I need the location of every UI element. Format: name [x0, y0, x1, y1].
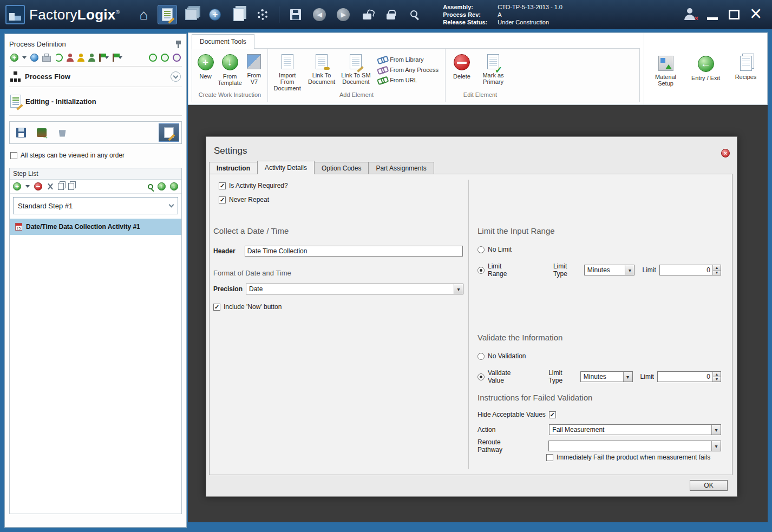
zoom-icon[interactable] — [148, 184, 153, 189]
person-yellow-icon[interactable] — [77, 54, 84, 62]
save-step-button[interactable] — [12, 124, 30, 141]
pause-icon[interactable] — [149, 54, 157, 62]
add-icon[interactable] — [10, 54, 18, 62]
never-repeat-checkbox[interactable] — [219, 196, 226, 203]
minimize-button[interactable] — [702, 5, 723, 24]
person-green-icon[interactable] — [88, 54, 95, 62]
import-export-button[interactable] — [32, 124, 51, 141]
pin-icon[interactable] — [175, 40, 182, 48]
entry-exit-button[interactable]: Entry / Exit — [690, 54, 722, 104]
precision-dropdown-icon[interactable] — [454, 284, 463, 294]
from-v7-button[interactable]: From V7 — [244, 52, 264, 85]
precision-row: Precision Date — [213, 284, 463, 294]
validate-limit-spinner[interactable]: 0 ▲▼ — [657, 371, 721, 382]
add-dropdown-icon[interactable] — [22, 56, 27, 59]
move-down-icon[interactable]: ↓ — [170, 182, 178, 191]
no-limit-radio[interactable] — [477, 246, 485, 253]
ok-button[interactable]: OK — [690, 480, 728, 491]
maximize-button[interactable] — [723, 5, 745, 24]
reroute-select[interactable] — [548, 441, 721, 451]
forward-icon[interactable] — [333, 5, 353, 24]
templates-icon[interactable] — [181, 5, 201, 24]
link-to-sm-document-button[interactable]: Link To SM Document — [340, 52, 372, 85]
new-button[interactable]: New — [195, 52, 215, 80]
expand-chevron-icon[interactable] — [171, 71, 181, 82]
print-icon[interactable] — [42, 56, 51, 62]
from-library-button[interactable]: From Library — [377, 56, 439, 63]
action-dropdown-icon[interactable] — [711, 425, 721, 435]
paste-icon[interactable] — [68, 183, 74, 190]
tab-instruction[interactable]: Instruction — [209, 162, 258, 174]
cut-icon[interactable] — [47, 183, 54, 191]
include-now-checkbox[interactable] — [213, 304, 220, 311]
header-input[interactable] — [245, 246, 463, 257]
step-item[interactable]: Standard Step #1 — [13, 197, 178, 214]
logout-user-icon[interactable]: × — [680, 5, 699, 24]
no-validation-radio[interactable] — [477, 353, 485, 360]
process-rev-label: Process Rev: — [443, 11, 494, 18]
action-select[interactable]: Fail Measurement — [549, 424, 721, 435]
dialog-close-icon[interactable] — [721, 149, 730, 157]
sync-icon[interactable] — [55, 54, 63, 62]
record-icon[interactable] — [173, 54, 181, 62]
limit-down-icon[interactable]: ▼ — [713, 270, 721, 275]
precision-select[interactable]: Date — [246, 284, 463, 294]
reroute-dropdown-icon[interactable] — [711, 441, 721, 451]
process-flow-row[interactable]: Process Flow — [9, 67, 182, 87]
from-template-button[interactable]: From Template — [218, 52, 242, 86]
home-icon[interactable] — [134, 5, 153, 24]
hide-acceptable-checkbox[interactable] — [549, 411, 556, 418]
mark-as-primary-button[interactable]: Mark as Primary — [477, 52, 509, 85]
is-activity-required-checkbox[interactable] — [219, 182, 226, 189]
move-up-icon[interactable]: ↑ — [158, 182, 166, 191]
tab-option-codes[interactable]: Option Codes — [314, 162, 369, 174]
play-icon[interactable] — [161, 54, 169, 62]
globe-icon[interactable] — [30, 54, 38, 62]
material-setup-button[interactable]: Material Setup — [650, 54, 682, 104]
limit-type-select[interactable]: Minutes — [584, 265, 635, 275]
validate-limit-down-icon[interactable]: ▼ — [713, 377, 721, 382]
delete-button[interactable]: Delete — [449, 52, 475, 80]
immediately-fail-checkbox[interactable] — [546, 454, 553, 461]
unlock-icon[interactable] — [357, 5, 377, 24]
tab-part-assignments[interactable]: Part Assignments — [368, 162, 434, 174]
tab-activity-details[interactable]: Activity Details — [257, 161, 315, 174]
import-from-document-button[interactable]: Import From Document — [271, 52, 303, 91]
validate-limit-type-value: Minutes — [581, 373, 623, 380]
copy-icon[interactable] — [58, 183, 64, 190]
remove-step-icon[interactable] — [34, 182, 42, 191]
from-any-process-button[interactable]: From Any Process — [377, 67, 439, 73]
limit-type-dropdown-icon[interactable] — [625, 265, 634, 275]
from-url-button[interactable]: From URL — [377, 77, 439, 83]
audit-search-icon[interactable] — [405, 5, 424, 24]
settings-gear-icon[interactable] — [253, 5, 272, 24]
edit-instruction-button[interactable] — [159, 123, 179, 142]
validate-limit-type-select[interactable]: Minutes — [580, 371, 633, 382]
validate-limit-up-icon[interactable]: ▲ — [713, 372, 721, 377]
save-icon[interactable] — [286, 5, 305, 24]
team-flag-icon[interactable] — [99, 54, 101, 62]
activity-item-selected[interactable]: Date/Time Data Collection Activity #1 — [10, 219, 181, 235]
recipes-button[interactable]: Recipes — [730, 54, 762, 104]
add-step-icon[interactable] — [13, 182, 21, 191]
link-to-document-button[interactable]: Link To Document — [305, 52, 337, 85]
add-step-dropdown-icon[interactable] — [25, 185, 30, 188]
navigation-icon[interactable] — [205, 5, 225, 24]
validate-value-radio[interactable] — [477, 373, 485, 380]
lock-icon[interactable] — [381, 5, 401, 24]
validate-limit-type-dropdown-icon[interactable] — [623, 372, 632, 382]
back-icon[interactable] — [310, 5, 329, 24]
any-order-checkbox[interactable] — [10, 152, 17, 159]
documents-icon[interactable] — [229, 5, 248, 24]
limit-spinner[interactable]: 0 ▲▼ — [659, 265, 721, 275]
person-red-icon[interactable] — [67, 54, 74, 62]
delete-step-content-button[interactable] — [53, 124, 71, 141]
tab-document-tools[interactable]: Document Tools — [192, 34, 254, 49]
limit-range-radio[interactable] — [477, 267, 485, 274]
process-definition-icon[interactable] — [158, 5, 177, 24]
limit-up-icon[interactable]: ▲ — [713, 265, 721, 270]
action-label: Action — [477, 426, 495, 434]
flag-icon[interactable] — [113, 54, 114, 62]
step-chevron-icon[interactable] — [169, 202, 174, 208]
close-button[interactable] — [745, 5, 767, 24]
